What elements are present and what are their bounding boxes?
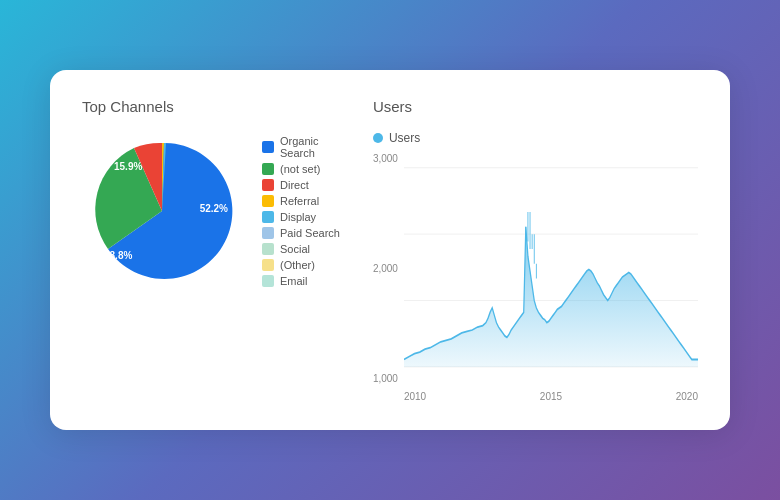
users-legend-dot — [373, 133, 383, 143]
x-axis: 201020152020 — [404, 389, 698, 402]
legend-item: Referral — [262, 195, 353, 207]
top-channels-panel: Top Channels — [82, 98, 353, 402]
legend-label: Direct — [280, 179, 309, 191]
area-chart-svg — [404, 153, 698, 389]
analytics-card: Top Channels — [50, 70, 730, 430]
pie-legend-row: 52.2% 28.8% 15.9% Organic Search(not set… — [82, 131, 353, 291]
legend-color — [262, 141, 274, 153]
legend-color — [262, 195, 274, 207]
legend-label: (not set) — [280, 163, 320, 175]
legend-label: Organic Search — [280, 135, 353, 159]
legend-label: (Other) — [280, 259, 315, 271]
x-axis-label: 2020 — [676, 391, 698, 402]
legend-item: Paid Search — [262, 227, 353, 239]
legend-label: Display — [280, 211, 316, 223]
legend-color — [262, 259, 274, 271]
legend-color — [262, 275, 274, 287]
legend-item: Social — [262, 243, 353, 255]
legend-item: Email — [262, 275, 353, 287]
y-axis-label: 1,000 — [373, 373, 398, 384]
legend-item: Display — [262, 211, 353, 223]
pie-chart: 52.2% 28.8% 15.9% — [82, 131, 242, 291]
x-axis-label: 2015 — [540, 391, 562, 402]
top-channels-title: Top Channels — [82, 98, 353, 115]
legend-label: Email — [280, 275, 308, 287]
legend-item: (not set) — [262, 163, 353, 175]
x-axis-label: 2010 — [404, 391, 426, 402]
y-axis-label: 3,000 — [373, 153, 398, 164]
legend-item: Direct — [262, 179, 353, 191]
users-chart-legend: Users — [373, 131, 698, 145]
legend-label: Social — [280, 243, 310, 255]
users-chart-area: 3,0002,0001,000 — [373, 153, 698, 402]
legend-label: Paid Search — [280, 227, 340, 239]
legend-color — [262, 243, 274, 255]
y-axis: 3,0002,0001,000 — [373, 153, 404, 402]
legend-color — [262, 211, 274, 223]
legend-color — [262, 227, 274, 239]
users-legend-label: Users — [389, 131, 420, 145]
legend-item: (Other) — [262, 259, 353, 271]
y-axis-label: 2,000 — [373, 263, 398, 274]
chart-plot — [404, 153, 698, 389]
chart-legend: Organic Search(not set)DirectReferralDis… — [262, 135, 353, 287]
legend-item: Organic Search — [262, 135, 353, 159]
legend-color — [262, 163, 274, 175]
legend-color — [262, 179, 274, 191]
chart-plot-wrapper: 201020152020 — [404, 153, 698, 402]
legend-label: Referral — [280, 195, 319, 207]
users-panel: Users Users 3,0002,0001,000 — [353, 98, 698, 402]
users-title: Users — [373, 98, 698, 115]
